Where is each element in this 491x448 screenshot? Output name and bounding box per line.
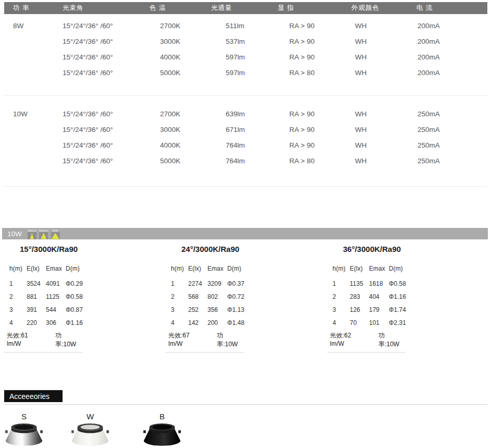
accessories-title: Acceeeories — [4, 390, 63, 402]
table-row: 1 1135 1618 Φ0.58 — [327, 277, 489, 290]
header-cri: 显 指 — [278, 4, 351, 13]
table-row: 15°/24°/36° /60° 5000K 597lm RA > 80 WH … — [4, 65, 487, 81]
accessory-silver: S Silver — [4, 412, 44, 448]
photometric-table-footer: 光效:62 lm/W 功率:10W — [327, 331, 406, 353]
power-cell — [13, 50, 63, 65]
finish-cell: WH — [351, 65, 416, 81]
header-finish: 外观颜色 — [351, 4, 416, 13]
divider — [4, 186, 487, 187]
beam-angle-cell: 15°/24°/36° /60° — [63, 34, 150, 50]
cri-cell: RA > 80 — [278, 153, 351, 169]
table-row: 15°/24°/36° /60° 3000K 537lm RA > 90 WH … — [4, 34, 487, 50]
table-row: 4 142 200 Φ1.48 — [166, 317, 327, 330]
banner-power-label: 10W — [7, 230, 22, 238]
cri-cell: RA > 90 — [278, 50, 351, 65]
cri-cell: RA > 90 — [278, 122, 351, 138]
flux-cell: 764lm — [211, 138, 278, 153]
cct-cell: 3000K — [150, 122, 211, 138]
power-cell — [13, 65, 63, 81]
finish-cell: WH — [351, 138, 416, 153]
cct-cell: 5000K — [150, 153, 211, 169]
cct-cell: 5000K — [150, 65, 211, 81]
flux-cell: 639lm — [211, 106, 278, 122]
table-row: 2 881 1125 Φ0.58 — [4, 290, 166, 304]
accessory-white: W White — [70, 412, 110, 448]
divider — [4, 404, 487, 405]
efficacy-value: 光效:67 lm/W — [168, 331, 205, 349]
finish-cell: WH — [351, 153, 416, 169]
flux-cell: 537lm — [211, 34, 278, 50]
cri-cell: RA > 80 — [278, 65, 351, 81]
medium-beam-icon: Medium — [39, 229, 48, 239]
cri-cell: RA > 90 — [278, 18, 351, 34]
photometric-table-15: 15°/3000K/Ra90 h(m) E(lx) Emax D(m) 1 35… — [4, 245, 166, 353]
spec-group-8w: 8W 15°/24°/36° /60° 2700K 511lm RA > 90 … — [4, 18, 487, 81]
wide-beam-icon: Wide — [51, 229, 60, 239]
accessory-code: B — [159, 412, 165, 421]
white-ring-image — [68, 422, 112, 448]
cct-cell: 3000K — [150, 34, 211, 50]
accessory-code: W — [87, 412, 94, 421]
power-value: 功率:10W — [55, 331, 82, 349]
power-cell — [13, 153, 63, 169]
beam-angle-cell: 15°/24°/36° /60° — [63, 65, 150, 81]
header-cct: 色 温 — [150, 4, 211, 13]
divider — [4, 95, 487, 96]
beam-angle-cell: 15°/24°/36° /60° — [63, 18, 150, 34]
power-value: 功率:10W — [217, 331, 244, 349]
table-row: 8W 15°/24°/36° /60° 2700K 511lm RA > 90 … — [4, 18, 487, 34]
header-flux: 光通量 — [211, 4, 278, 13]
cri-cell: RA > 90 — [278, 106, 351, 122]
efficacy-value: 光效:61 lm/W — [7, 331, 44, 349]
photometric-tables: 15°/3000K/Ra90 h(m) E(lx) Emax D(m) 1 35… — [4, 245, 491, 353]
power-cell — [13, 122, 63, 138]
cri-cell: RA > 90 — [278, 138, 351, 153]
table-row: 2 568 802 Φ0.72 — [166, 290, 327, 304]
header-current: 电 流 — [416, 4, 487, 13]
current-cell: 200mA — [416, 34, 487, 50]
table-row: 10W 15°/24°/36° /60° 2700K 639lm RA > 90… — [4, 106, 487, 122]
photometric-table-title: 15°/3000K/Ra90 — [4, 245, 166, 254]
photometric-table-24: 24°/3000K/Ra90 h(m) E(lx) Emax D(m) 1 22… — [166, 245, 327, 353]
finish-cell: WH — [351, 18, 416, 34]
current-cell: 250mA — [416, 122, 487, 138]
flux-cell: 764lm — [211, 153, 278, 169]
current-cell: 250mA — [416, 106, 487, 122]
beam-angle-cell: 15°/24°/36° /60° — [63, 50, 150, 65]
cct-cell: 2700K — [150, 18, 211, 34]
beam-angle-cell: 15°/24°/36° /60° — [63, 138, 150, 153]
current-cell: 250mA — [416, 138, 487, 153]
flux-cell: 597lm — [211, 65, 278, 81]
table-row: 3 252 356 Φ1.13 — [166, 304, 327, 317]
black-ring-image — [140, 422, 184, 448]
photometric-table-36: 36°/3000K/Ra90 h(m) E(lx) Emax D(m) 1 11… — [327, 245, 489, 353]
accessory-code: S — [21, 412, 27, 421]
current-cell: 200mA — [416, 18, 487, 34]
table-row: 2 283 404 Φ1.16 — [327, 290, 489, 304]
current-cell: 200mA — [416, 50, 487, 65]
table-row: 1 3524 4091 Φ0.29 — [4, 277, 166, 290]
power-cell: 10W — [13, 106, 63, 122]
accessories-items: S Silver W — [4, 412, 491, 448]
flux-cell: 671lm — [211, 122, 278, 138]
current-cell: 200mA — [416, 65, 487, 81]
narrow-beam-icon: Narrow — [28, 229, 36, 239]
spec-table-header: 功 率 光束角 色 温 光通量 显 指 外观颜色 电 流 — [4, 2, 487, 14]
photometric-table-title: 36°/3000K/Ra90 — [327, 245, 489, 254]
spec-sheet-page: 功 率 光束角 色 温 光通量 显 指 外观颜色 电 流 8W 15°/24°/… — [0, 2, 491, 448]
flux-cell: 511lm — [211, 18, 278, 34]
table-row: 15°/24°/36° /60° 4000K 597lm RA > 90 WH … — [4, 50, 487, 65]
flux-cell: 597lm — [211, 50, 278, 65]
cri-cell: RA > 90 — [278, 34, 351, 50]
current-cell: 250mA — [416, 153, 487, 169]
cct-cell: 2700K — [150, 106, 211, 122]
finish-cell: WH — [351, 106, 416, 122]
cct-cell: 4000K — [150, 50, 211, 65]
silver-ring-image — [2, 422, 46, 448]
table-row: 3 126 179 Φ1.74 — [327, 304, 489, 317]
table-row: 1 2274 3209 Φ0.37 — [166, 277, 327, 290]
finish-cell: WH — [351, 34, 416, 50]
photometric-table-footer: 光效:67 lm/W 功率:10W — [166, 331, 244, 353]
photometric-banner: 10W Narrow Medium Wide — [2, 228, 488, 239]
table-row: 15°/24°/36° /60° 3000K 671lm RA > 90 WH … — [4, 122, 487, 138]
